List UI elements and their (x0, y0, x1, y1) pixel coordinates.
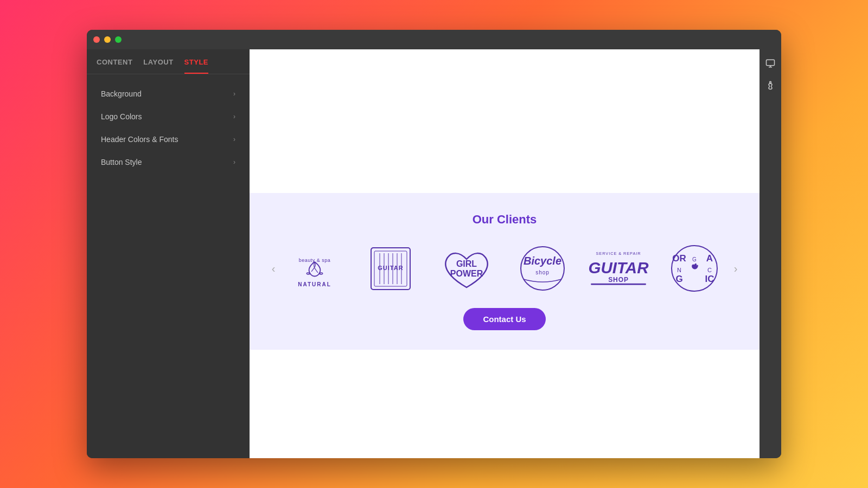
logo-guitar: GUITAR (358, 244, 423, 293)
logo-natural: beauty & spa NATURA (282, 244, 347, 293)
svg-text:POWER: POWER (450, 269, 483, 278)
minimize-button[interactable] (104, 36, 111, 43)
svg-text:GIRL: GIRL (456, 259, 477, 268)
browser-titlebar (87, 30, 781, 49)
preview-bottom (250, 350, 760, 458)
svg-text:G: G (675, 274, 682, 284)
svg-text:C: C (707, 267, 712, 273)
logo-girl-power: GIRL POWER (434, 244, 499, 293)
chevron-icon: › (233, 90, 235, 98)
sidebar-item-label: Header Colors & Fonts (101, 135, 178, 144)
sidebar-items: Background › Logo Colors › Header Colors… (87, 74, 250, 182)
contact-us-button[interactable]: Contact Us (463, 308, 545, 330)
monitor-icon-button[interactable] (761, 54, 780, 73)
sidebar-tabs: CONTENT LAYOUT STYLE (87, 49, 250, 74)
sidebar-item-label: Background (101, 89, 142, 98)
svg-text:G: G (692, 256, 697, 262)
svg-text:GUITAR: GUITAR (589, 259, 649, 277)
svg-text:OR: OR (672, 253, 686, 264)
maximize-button[interactable] (115, 36, 122, 43)
logo-bicycle: Bicycle shop (510, 244, 575, 293)
logos-row: beauty & spa NATURA (282, 244, 727, 293)
tab-layout[interactable]: LAYOUT (143, 58, 173, 74)
sidebar-item-background[interactable]: Background › (91, 83, 245, 105)
sidebar-item-logo-colors[interactable]: Logo Colors › (91, 106, 245, 127)
svg-text:A: A (706, 253, 713, 264)
sidebar-item-label: Button Style (101, 158, 142, 166)
svg-point-29 (770, 81, 771, 83)
sidebar-item-button-style[interactable]: Button Style › (91, 151, 245, 173)
chevron-icon: › (233, 113, 235, 120)
clients-carousel: ‹ beauty & spa (271, 244, 738, 293)
right-toolbar (760, 49, 781, 458)
tab-style[interactable]: STYLE (184, 58, 208, 74)
close-button[interactable] (93, 36, 100, 43)
browser-window: CONTENT LAYOUT STYLE Background › Logo C… (87, 30, 781, 458)
clients-section: Our Clients ‹ beauty & spa (250, 193, 760, 350)
tab-content[interactable]: CONTENT (97, 58, 132, 74)
svg-point-13 (521, 247, 564, 290)
logo-guitar-repair: SERVICE & REPAIR GUITAR SHOP (586, 244, 651, 293)
svg-text:IC: IC (705, 274, 714, 284)
svg-text:SHOP: SHOP (608, 276, 629, 284)
svg-text:Bicycle: Bicycle (524, 255, 561, 267)
svg-rect-19 (591, 284, 646, 285)
carousel-next-button[interactable]: › (727, 260, 744, 277)
svg-text:GUITAR: GUITAR (378, 265, 403, 271)
sidebar-item-header-colors[interactable]: Header Colors & Fonts › (91, 129, 245, 150)
svg-text:shop: shop (535, 269, 550, 275)
svg-text:NATURAL: NATURAL (298, 281, 331, 287)
svg-text:SERVICE & REPAIR: SERVICE & REPAIR (596, 251, 641, 256)
carousel-prev-button[interactable]: ‹ (265, 260, 282, 277)
chevron-icon: › (233, 136, 235, 143)
sidebar-item-label: Logo Colors (101, 112, 142, 121)
main-content: Our Clients ‹ beauty & spa (250, 49, 760, 458)
paint-icon-button[interactable] (761, 75, 780, 95)
chevron-icon: › (233, 158, 235, 166)
logo-organic: OR G A N C G IC (662, 244, 727, 293)
preview-top (250, 49, 760, 193)
sidebar: CONTENT LAYOUT STYLE Background › Logo C… (87, 49, 250, 458)
browser-body: CONTENT LAYOUT STYLE Background › Logo C… (87, 49, 781, 458)
clients-title: Our Clients (271, 213, 738, 227)
svg-text:N: N (677, 267, 681, 273)
svg-rect-28 (767, 60, 775, 66)
